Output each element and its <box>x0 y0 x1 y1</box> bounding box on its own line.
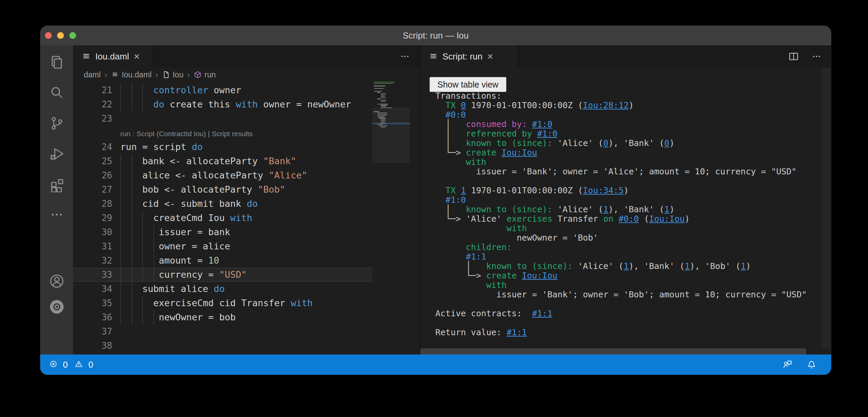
breadcrumb-item-daml[interactable]: daml <box>84 70 101 79</box>
sidebar-item-accounts[interactable] <box>40 267 73 296</box>
line-number: 26 <box>73 168 120 182</box>
contract-link[interactable]: 1 <box>603 204 608 214</box>
sidebar-item-explorer[interactable] <box>40 48 73 77</box>
output-line: │ consumed by: #1:0 <box>435 120 807 129</box>
code-line[interactable]: 24run = script do <box>73 140 372 154</box>
split-editor-icon[interactable] <box>788 51 799 62</box>
indent-guide <box>120 296 121 310</box>
problems-indicator[interactable]: 0 0 <box>40 360 93 370</box>
line-number: 38 <box>73 339 120 353</box>
output-line: TX 1 1970-01-01T00:00:00Z (Iou:34:5) <box>435 186 807 195</box>
code-line[interactable]: 31 owner = alice <box>73 239 372 253</box>
indent-guide <box>120 182 121 197</box>
code-line[interactable]: 22 do create this with owner = newOwner <box>73 97 372 112</box>
contract-link[interactable]: #1:1 <box>532 309 552 318</box>
line-number: 27 <box>73 182 120 197</box>
notifications-button[interactable] <box>806 359 817 370</box>
output-line: Active contracts: #1:1 <box>435 309 807 318</box>
code-line[interactable]: 38 <box>73 339 372 353</box>
workbench: Iou.daml × daml›Iou.daml›Iou›run 21 cont… <box>40 45 831 354</box>
indent-guide <box>153 310 154 324</box>
output-line <box>435 318 807 328</box>
sidebar-item-more[interactable] <box>40 200 73 229</box>
output-line: #0:0 <box>435 110 807 120</box>
breadcrumb-item-iou-daml[interactable]: Iou.daml <box>111 70 151 79</box>
contract-link[interactable]: 0 <box>461 100 466 110</box>
code-line[interactable]: 27 bob <- allocateParty "Bob" <box>73 182 372 197</box>
contract-link[interactable]: Iou:Iou <box>649 214 684 224</box>
indent-guide <box>131 182 132 197</box>
feedback-button[interactable] <box>782 359 793 370</box>
contract-link[interactable]: 1 <box>685 261 690 271</box>
sidebar-item-search[interactable] <box>40 78 73 107</box>
contract-link[interactable]: #1:0 <box>537 129 557 139</box>
code-editor[interactable]: 21 controller owner22 do create this wit… <box>73 82 419 354</box>
code-line[interactable]: 37 <box>73 324 372 339</box>
tab-script-run[interactable]: Script: run × <box>420 45 518 68</box>
output-line: children: <box>435 243 807 252</box>
contract-link[interactable]: 1 <box>624 261 629 271</box>
indent-guide <box>142 239 143 253</box>
contract-link[interactable]: Iou:Iou <box>522 271 557 280</box>
file-lines-icon <box>111 71 119 79</box>
code-line[interactable]: 25 bank <- allocateParty "Bank" <box>73 154 372 168</box>
breadcrumb-item-run[interactable]: run <box>194 70 216 79</box>
cube-icon <box>194 71 202 79</box>
code-line[interactable]: 36 newOwner = bob <box>73 310 372 324</box>
show-table-view-button[interactable]: Show table view <box>430 77 506 92</box>
contract-link[interactable]: #0:0 <box>619 214 639 224</box>
more-actions-icon[interactable] <box>399 51 411 62</box>
code-line[interactable]: 26 alice <- allocateParty "Alice" <box>73 168 372 182</box>
output-line: └─> 'Alice' exercises Transfer on #0:0 (… <box>435 214 807 224</box>
explorer-icon <box>49 54 65 71</box>
codelens-link[interactable]: Script results <box>212 130 252 138</box>
indent-guide <box>131 154 132 168</box>
code-line[interactable]: 32 amount = 10 <box>73 253 372 268</box>
breadcrumb-separator: › <box>155 70 158 80</box>
indent-guide <box>131 211 132 225</box>
breadcrumb-item-iou[interactable]: Iou <box>162 70 184 79</box>
contract-link[interactable]: Iou:34:5 <box>583 186 624 195</box>
indent-guide <box>142 97 143 112</box>
codelens-line[interactable]: run : Script (ContractId Iou) | Script r… <box>73 126 372 140</box>
more-actions-icon[interactable] <box>811 51 822 62</box>
scrollbar-thumb[interactable] <box>420 348 806 354</box>
vscode-window: Script: run — Iou Iou.daml × daml›Iou.da… <box>40 25 831 375</box>
code-line[interactable]: 23 <box>73 112 372 126</box>
contract-link[interactable]: 0 <box>603 138 608 148</box>
sidebar-item-run-and-debug[interactable] <box>40 139 73 168</box>
error-icon <box>50 360 59 369</box>
file-icon <box>162 71 170 79</box>
close-icon[interactable]: × <box>132 51 141 62</box>
tab-iou-daml[interactable]: Iou.daml × <box>73 45 152 68</box>
close-icon[interactable]: × <box>486 51 495 62</box>
contract-link[interactable]: 0 <box>664 138 669 148</box>
contract-link[interactable]: #1:1 <box>507 327 527 337</box>
contract-link[interactable]: #1:0 <box>532 119 552 129</box>
code-line[interactable]: 21 controller owner <box>73 83 372 97</box>
minimap[interactable] <box>372 82 410 210</box>
contract-link[interactable]: 1 <box>461 186 466 195</box>
contract-link[interactable]: Iou:28:12 <box>583 100 629 110</box>
codelens-link[interactable]: run : Script (ContractId Iou) <box>120 130 206 138</box>
indent-guide <box>153 225 154 239</box>
webview-vertical-scrollbar[interactable] <box>821 68 830 348</box>
sidebar-item-settings[interactable] <box>40 292 73 321</box>
code-line[interactable]: 29 createCmd Iou with <box>73 211 372 225</box>
output-line: TX 0 1970-01-01T00:00:00Z (Iou:28:12) <box>435 101 807 110</box>
code-line[interactable]: 35 exerciseCmd cid Transfer with <box>73 296 372 310</box>
sidebar-item-extensions[interactable] <box>40 170 73 199</box>
indent-guide <box>131 253 132 268</box>
output-line: with <box>435 224 807 233</box>
script-results-webview: Show table view Transactions: TX 0 1970-… <box>420 68 831 354</box>
code-line[interactable]: 30 issuer = bank <box>73 225 372 239</box>
contract-link[interactable]: Iou:Iou <box>502 148 537 157</box>
sidebar-item-source-control[interactable] <box>40 109 73 138</box>
output-line: │ known to (since): 'Alice' (1), 'Bank' … <box>435 262 807 271</box>
contract-link[interactable]: 1 <box>741 261 746 271</box>
code-line[interactable]: 33 currency = "USD" <box>73 268 372 282</box>
code-line[interactable]: 34 submit alice do <box>73 282 372 296</box>
code-line[interactable]: 28 cid <- submit bank do <box>73 197 372 211</box>
contract-link[interactable]: 1 <box>664 204 669 214</box>
output-line: Transactions: <box>435 91 807 101</box>
